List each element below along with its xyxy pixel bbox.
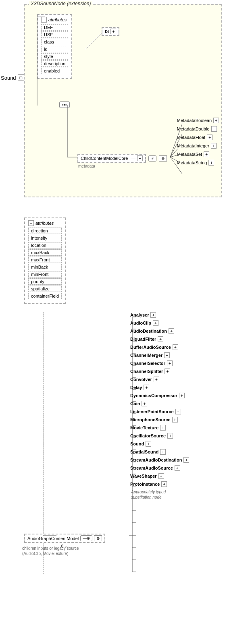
node-oscillator: OscillatorSource + <box>130 433 223 439</box>
node-audiodest: AudioDestination + <box>130 328 223 334</box>
top-attrs-box: − attributes DEF USE class id style desc… <box>37 14 72 79</box>
node-streamaudiodest: StreamAudioDestination + <box>130 457 223 463</box>
node-gain-plus[interactable]: + <box>142 401 147 406</box>
node-microphone-plus[interactable]: + <box>172 417 178 422</box>
is-box: IS + <box>102 27 119 36</box>
node-microphone-label: MicrophoneSource <box>130 417 171 422</box>
node-audioclip-label: AudioClip <box>130 321 151 325</box>
node-dynamics-label: DynamicsCompressor <box>130 393 177 398</box>
node-waveshaper-plus[interactable]: + <box>158 473 164 479</box>
node-streamaudiosrc-plus[interactable]: + <box>175 465 180 471</box>
node-channelsplitter-plus[interactable]: + <box>165 369 170 374</box>
meta-set-label: MetadataSet <box>177 152 202 157</box>
node-spatialsound-plus[interactable]: + <box>160 449 166 455</box>
node-microphone: MicrophoneSource + <box>130 417 223 422</box>
node-delay-plus[interactable]: + <box>144 385 149 390</box>
node-channelmerger-plus[interactable]: + <box>164 352 170 358</box>
meta-double-plus[interactable]: + <box>211 126 217 132</box>
meta-boolean-plus[interactable]: + <box>213 118 219 123</box>
node-waveshaper-label: WaveShaper <box>130 474 157 478</box>
node-audioclip-plus[interactable]: + <box>153 320 158 326</box>
node-protoinstance-plus[interactable]: + <box>161 481 167 487</box>
is-plus-btn[interactable]: + <box>110 29 116 34</box>
node-analyser: Analyser + <box>130 312 223 318</box>
meta-float-label: MetadataFloat <box>177 135 205 140</box>
minus-btn-top[interactable]: − <box>41 17 47 23</box>
node-oscillator-plus[interactable]: + <box>167 433 173 439</box>
attrs-title-row: − attributes <box>41 17 68 23</box>
child-conn-right: ♂ <box>148 155 156 162</box>
top-section: Sound □ X3DSoundNode (extension) − attri… <box>0 0 225 213</box>
node-convolver-plus[interactable]: + <box>154 377 159 382</box>
meta-set: MetadataSet + <box>177 151 219 157</box>
is-label: IS <box>105 29 109 34</box>
node-bufferaudio-plus[interactable]: + <box>173 344 178 350</box>
meta-boolean: MetadataBoolean + <box>177 118 219 123</box>
second-section: − attributes direction intensity locatio… <box>24 217 222 304</box>
node-gain: Gain + <box>130 401 223 406</box>
node-streamaudiodest-label: StreamAudioDestination <box>130 458 182 462</box>
node-movietexture-label: MovieTexture <box>130 425 158 430</box>
node-delay-label: Delay <box>130 385 142 390</box>
node-streamaudiodest-plus[interactable]: + <box>183 457 189 463</box>
node-listenerpoint-label: ListenerPointSource <box>130 409 174 414</box>
node-channelsplitter: ChannelSplitter + <box>130 369 223 374</box>
right-nodes-list: Analyser + AudioClip + AudioDestination … <box>130 312 223 500</box>
node-spatialsound-label: SpatialSound <box>130 449 158 454</box>
second-attrs-outer: − attributes direction intensity locatio… <box>24 217 66 304</box>
meta-string-plus[interactable]: + <box>208 160 214 166</box>
node-spatialsound: SpatialSound + <box>130 449 223 455</box>
node-biquad-label: BiquadFilter <box>130 337 156 342</box>
node-movietexture-plus[interactable]: + <box>160 425 166 431</box>
attr-minFront: minFront <box>28 271 62 277</box>
node-channelsplitter-label: ChannelSplitter <box>130 369 163 374</box>
audio-sublabel: children inputs or legacy source(AudioCl… <box>22 546 87 556</box>
meta-boolean-label: MetadataBoolean <box>177 118 212 123</box>
child-connector-symbol: — <box>131 156 135 161</box>
node-protoinstance: ProtoInstance + <box>130 481 223 487</box>
child-plus[interactable]: + <box>137 155 143 161</box>
connector-dots: ••• <box>59 101 70 108</box>
attr-direction: direction <box>28 228 62 234</box>
node-audiodest-plus[interactable]: + <box>169 328 174 334</box>
audio-graph-conn1: —⊕ <box>80 535 92 541</box>
node-analyser-plus[interactable]: + <box>150 312 156 318</box>
attrs-label-top: attributes <box>48 17 67 22</box>
metadata-nodes: MetadataBoolean + MetadataDouble + Metad… <box>177 118 219 168</box>
sound-entry: Sound □ <box>1 75 24 81</box>
node-sound-label: Sound <box>130 441 144 446</box>
meta-double-label: MetadataDouble <box>177 126 210 131</box>
node-gain-label: Gain <box>130 401 140 406</box>
attr-maxBack: maxBack <box>28 249 62 256</box>
minus-btn-second[interactable]: − <box>28 220 34 226</box>
attr-description: description <box>41 60 68 67</box>
node-protoinstance-label: ProtoInstance <box>130 482 160 487</box>
x3d-sound-node-box: X3DSoundNode (extension) − attributes DE… <box>24 4 222 197</box>
node-sound-plus[interactable]: + <box>146 441 151 447</box>
attr-minBack: minBack <box>28 264 62 270</box>
meta-set-plus[interactable]: + <box>204 151 209 157</box>
node-audiodest-label: AudioDestination <box>130 329 167 333</box>
meta-float-plus[interactable]: + <box>207 135 212 140</box>
node-channelselector-plus[interactable]: + <box>167 360 173 366</box>
node-convolver: Convolver + <box>130 377 223 382</box>
audio-section: AudioGraphContentModel —⊕ ⊕ 0..∞ childre… <box>0 312 225 594</box>
x3d-box-title: X3DSoundNode (extension) <box>29 1 92 6</box>
node-dynamics-plus[interactable]: + <box>179 393 185 398</box>
attr-id: id <box>41 46 68 52</box>
node-audioclip: AudioClip + <box>130 320 223 326</box>
node-listenerpoint-plus[interactable]: + <box>175 409 181 414</box>
attr-maxFront: maxFront <box>28 257 62 263</box>
page: Sound □ X3DSoundNode (extension) − attri… <box>0 0 225 594</box>
node-streamaudiosrc: StreamAudioSource + <box>130 465 223 471</box>
child-conn-right2: ⊕ <box>159 155 167 162</box>
node-delay: Delay + <box>130 385 223 390</box>
node-analyser-label: Analyser <box>130 313 149 317</box>
sound-connector: □ <box>18 75 25 81</box>
attr-spatialize: spatialize <box>28 286 62 292</box>
node-biquad-plus[interactable]: + <box>158 336 163 342</box>
svg-line-0 <box>85 33 102 49</box>
child-content-box: ChildContentModelCore — + metadata <box>77 154 146 163</box>
attr-class: class <box>41 39 68 45</box>
meta-integer-plus[interactable]: + <box>211 143 217 149</box>
